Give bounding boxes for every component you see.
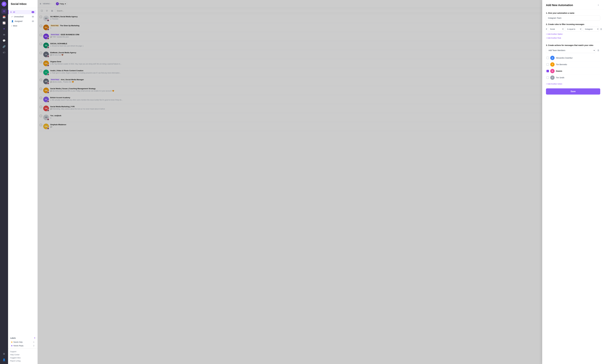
sidebar-header: Social Inbox [8,0,38,8]
nav-icon-tag[interactable]: 🏷 [1,50,7,55]
unresolved-badge: 8 [32,16,34,18]
help-center-link[interactable]: Help Center [10,353,35,356]
nav-icon-user[interactable]: 👤 [1,357,7,362]
unresolved-icon: ✓ [11,16,13,18]
sidebar-item-more[interactable]: › More [9,24,37,28]
sidebar-item-unresolved[interactable]: ✓ Unresolved 8 [9,14,37,19]
rule-row: If Social Platform Keyword Label Is equa… [546,27,600,31]
member-avatar-gwenn: G [550,69,554,73]
member-name-tim-b: Tim Bennetto [556,63,567,65]
sidebar-footer: Support Help Center Suggest Idea Report … [8,348,38,364]
all-icon: ⬇ [10,11,12,13]
action-select-row: Add Team Members Add Label Mark as Read … [546,48,600,53]
member-item[interactable]: T Tim Smith [546,75,600,81]
automation-name-input[interactable] [546,15,600,21]
nav-icon-chat[interactable]: 💬 [1,38,7,43]
member-item[interactable]: G Gwenn [546,68,600,75]
panel-header: Add New Automation × [542,0,604,9]
member-item[interactable]: T Tim Bennetto [546,61,600,68]
step1-label: 1. Give your automation a name [546,12,600,14]
sidebar-nav: ⬇ All 4 ✓ Unresolved 8 👤 Assigned 2 › Mo… [8,8,38,335]
sidebar-item-unresolved-label: Unresolved [14,16,24,18]
section-divider [546,42,600,42]
step2-label: 2. Create rules to filter incoming messa… [546,23,600,25]
support-link[interactable]: Support [10,350,35,353]
needs-reply-dot [11,345,12,346]
needs-reply-label: Needs Reply [13,345,23,347]
operator-select[interactable]: Is equal to Is not equal to Contains [565,27,582,31]
sidebar-item-assigned[interactable]: 👤 Assigned 2 [9,19,37,23]
nav-icon-settings[interactable]: ⚙ [1,351,7,356]
nav-icon-send[interactable]: ✈ [1,26,7,31]
app-logo[interactable]: P [2,2,6,6]
member-name-alexandra: Alexandra Ceambur [556,57,573,59]
labels-section: Labels + Needs Help 1 Needs Reply 2 [8,335,38,348]
panel-title: Add New Automation [546,4,573,7]
nav-icon-inbox[interactable]: ✉ [1,32,7,37]
step3-label: 3. Create actions for messages that matc… [546,44,600,46]
condition-select[interactable]: Social Platform Keyword Label [548,27,564,31]
member-checkbox-tim-b[interactable] [546,63,549,66]
member-checkbox-alexandra[interactable] [546,57,549,59]
save-button[interactable]: Save [546,88,600,95]
needs-help-count: 1 [33,341,34,343]
more-icon: › [11,25,12,27]
nav-icon-home[interactable]: ⊞ [1,9,7,14]
needs-help-dot [11,341,12,343]
add-rule-link[interactable]: + Add Another Rule [546,37,561,39]
member-avatar-tim-s: T [550,75,554,80]
label-item-needs-help[interactable]: Needs Help 1 [10,340,35,344]
member-checkbox-gwenn[interactable] [546,70,549,72]
sidebar-item-all-label: All [13,11,15,13]
all-badge: 4 [32,11,34,13]
panel-body: 1. Give your automation a name 2. Create… [542,9,604,364]
member-list: A Alexandra Ceambur T Tim Bennetto G Gwe… [546,55,600,81]
needs-help-label: Needs Help [13,341,23,343]
add-option-link[interactable]: + Add Another Option [546,33,563,35]
needs-reply-count: 2 [33,345,34,347]
icon-sidebar: P ⊞ 📅 📈 ✈ ✉ 💬 🔗 🏷 ⚙ 👤 [0,0,8,364]
sidebar-item-assigned-label: Assigned [15,20,23,22]
app-title: Social Inbox [11,2,35,5]
suggest-idea-link[interactable]: Suggest Idea [10,356,35,359]
message-list-area: ≡ VIEWING › P Pallyy ▾ ☐ ▽ ⊟ SG 📷 SG M [38,0,604,364]
member-name-gwenn: Gwenn [556,70,562,72]
modal-overlay[interactable] [38,0,604,364]
member-item[interactable]: A Alexandra Ceambur [546,55,600,61]
sidebar-item-all[interactable]: ⬇ All 4 [8,10,37,14]
nav-icon-analytics[interactable]: 📈 [1,20,7,25]
close-button[interactable]: × [596,3,600,7]
sidebar-item-more-label: More [13,25,17,27]
labels-add-icon[interactable]: + [34,337,35,339]
member-avatar-tim-b: T [550,62,554,67]
member-checkbox-tim-s[interactable] [546,76,549,79]
report-bug-link[interactable]: Report a Bug [10,359,35,362]
automation-panel: Add New Automation × 1. Give your automa… [542,0,604,364]
add-action-link[interactable]: + Add Another Action [546,83,562,85]
assigned-badge: 2 [32,20,34,22]
nav-icon-calendar[interactable]: 📅 [1,14,7,20]
nav-icon-link[interactable]: 🔗 [1,44,7,49]
assigned-icon: 👤 [11,20,13,22]
labels-header: Labels + [10,337,35,339]
label-item-needs-reply[interactable]: Needs Reply 2 [10,344,35,348]
member-avatar-alexandra: A [550,56,554,60]
delete-action-button[interactable]: 🗑 [596,49,600,52]
if-label: If [546,28,547,30]
main-sidebar: Social Inbox ⬇ All 4 ✓ Unresolved 8 👤 As… [8,0,38,364]
member-name-tim-s: Tim Smith [556,76,564,79]
action-select[interactable]: Add Team Members Add Label Mark as Read … [546,48,595,53]
value-select[interactable]: Instagram Facebook Twitter LinkedIn [583,27,599,31]
delete-rule-button[interactable]: 🗑 [600,27,602,31]
